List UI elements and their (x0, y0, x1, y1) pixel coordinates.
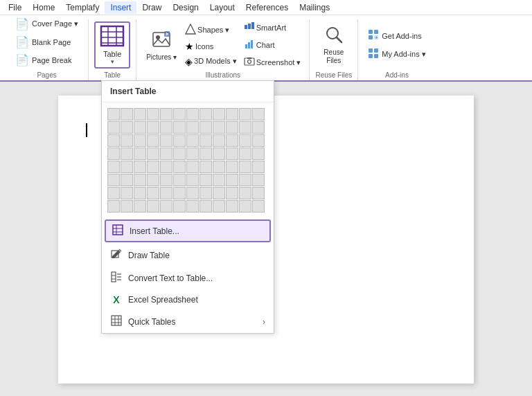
grid-cell[interactable] (226, 174, 238, 186)
grid-cell[interactable] (226, 121, 238, 134)
grid-cell[interactable] (160, 161, 172, 173)
grid-cell[interactable] (160, 108, 172, 120)
grid-cell[interactable] (239, 121, 251, 134)
grid-cell[interactable] (134, 200, 146, 213)
grid-cell[interactable] (213, 121, 225, 134)
grid-cell[interactable] (160, 147, 172, 160)
grid-cell[interactable] (186, 187, 199, 199)
grid-cell[interactable] (121, 187, 133, 199)
grid-cell[interactable] (173, 187, 186, 199)
screenshot-button[interactable]: Screenshot ▾ (241, 55, 304, 71)
grid-cell[interactable] (239, 108, 251, 120)
grid-cell[interactable] (239, 174, 251, 186)
quick-tables-menu-item[interactable]: Quick Tables › (102, 310, 274, 333)
grid-cell[interactable] (226, 161, 238, 173)
menu-design[interactable]: Design (167, 1, 204, 14)
grid-cell[interactable] (121, 161, 133, 173)
reuse-files-button[interactable]: ReuseFiles (319, 21, 349, 69)
grid-cell[interactable] (200, 174, 212, 186)
grid-cell[interactable] (160, 200, 172, 213)
grid-cell[interactable] (147, 121, 159, 134)
grid-cell[interactable] (252, 174, 265, 186)
grid-cell[interactable] (186, 121, 199, 134)
grid-cell[interactable] (134, 108, 146, 120)
grid-cell[interactable] (226, 200, 238, 213)
my-addins-button[interactable]: My Add-ins ▾ (364, 46, 429, 63)
grid-cell[interactable] (147, 187, 159, 199)
excel-spreadsheet-menu-item[interactable]: X Excel Spreadsheet (102, 289, 274, 310)
grid-cell[interactable] (160, 121, 172, 134)
grid-cell[interactable] (186, 147, 199, 160)
grid-cell[interactable] (107, 147, 120, 160)
grid-cell[interactable] (239, 161, 251, 173)
grid-cell[interactable] (160, 187, 172, 199)
grid-cell[interactable] (121, 200, 133, 213)
grid-cell[interactable] (252, 134, 265, 147)
grid-cell[interactable] (200, 187, 212, 199)
menu-insert[interactable]: Insert (105, 1, 136, 14)
menu-mailings[interactable]: Mailings (294, 1, 335, 14)
grid-cell[interactable] (200, 108, 212, 120)
grid-cell[interactable] (186, 134, 199, 147)
menu-draw[interactable]: Draw (136, 1, 167, 14)
blank-page-button[interactable]: 📄 Blank Page (11, 33, 82, 51)
grid-cell[interactable] (226, 108, 238, 120)
grid-cell[interactable] (160, 134, 172, 147)
grid-cell[interactable] (200, 121, 212, 134)
get-addins-button[interactable]: + Get Add-ins (364, 27, 429, 44)
grid-cell[interactable] (134, 134, 146, 147)
grid-cell[interactable] (147, 200, 159, 213)
grid-cell[interactable] (134, 187, 146, 199)
grid-cell[interactable] (147, 161, 159, 173)
grid-cell[interactable] (121, 108, 133, 120)
grid-cell[interactable] (134, 121, 146, 134)
grid-cell[interactable] (252, 121, 265, 134)
table-button[interactable]: Table ▾ (94, 21, 130, 69)
grid-cell[interactable] (239, 134, 251, 147)
grid-cell[interactable] (134, 147, 146, 160)
insert-table-menu-item[interactable]: Insert Table... (105, 219, 271, 242)
grid-cell[interactable] (121, 121, 133, 134)
grid-cell[interactable] (121, 147, 133, 160)
grid-cell[interactable] (134, 161, 146, 173)
smartart-button[interactable]: SmartArt (241, 20, 304, 36)
grid-cell[interactable] (173, 174, 186, 186)
page-break-button[interactable]: 📄 Page Break (11, 51, 82, 69)
menu-references[interactable]: References (240, 1, 294, 14)
grid-cell[interactable] (252, 187, 265, 199)
grid-cell[interactable] (107, 187, 120, 199)
grid-cell[interactable] (226, 134, 238, 147)
grid-cell[interactable] (213, 134, 225, 147)
convert-text-table-menu-item[interactable]: Convert Text to Table... (102, 267, 274, 289)
grid-cell[interactable] (173, 147, 186, 160)
grid-cell[interactable] (239, 147, 251, 160)
grid-cell[interactable] (173, 121, 186, 134)
grid-cell[interactable] (213, 187, 225, 199)
grid-cell[interactable] (107, 200, 120, 213)
grid-cell[interactable] (239, 200, 251, 213)
grid-cell[interactable] (147, 147, 159, 160)
chart-button[interactable]: Chart (241, 37, 304, 53)
menu-file[interactable]: File (3, 1, 27, 14)
grid-cell[interactable] (107, 134, 120, 147)
grid-cell[interactable] (121, 134, 133, 147)
grid-cell[interactable] (107, 174, 120, 186)
cover-page-button[interactable]: 📄 Cover Page ▾ (11, 15, 82, 33)
grid-cell[interactable] (226, 147, 238, 160)
shapes-button[interactable]: Shapes ▾ (182, 22, 240, 38)
grid-cell[interactable] (147, 174, 159, 186)
grid-cell[interactable] (173, 134, 186, 147)
grid-cell[interactable] (252, 108, 265, 120)
grid-cell[interactable] (252, 161, 265, 173)
grid-cell[interactable] (147, 108, 159, 120)
grid-cell[interactable] (213, 161, 225, 173)
grid-cell[interactable] (186, 108, 199, 120)
grid-cell[interactable] (200, 147, 212, 160)
grid-cell[interactable] (173, 161, 186, 173)
grid-cell[interactable] (107, 121, 120, 134)
grid-cell[interactable] (186, 200, 199, 213)
menu-home[interactable]: Home (27, 1, 60, 14)
icons-button[interactable]: ★ Icons (182, 39, 240, 53)
grid-cell[interactable] (173, 200, 186, 213)
grid-cell[interactable] (226, 187, 238, 199)
